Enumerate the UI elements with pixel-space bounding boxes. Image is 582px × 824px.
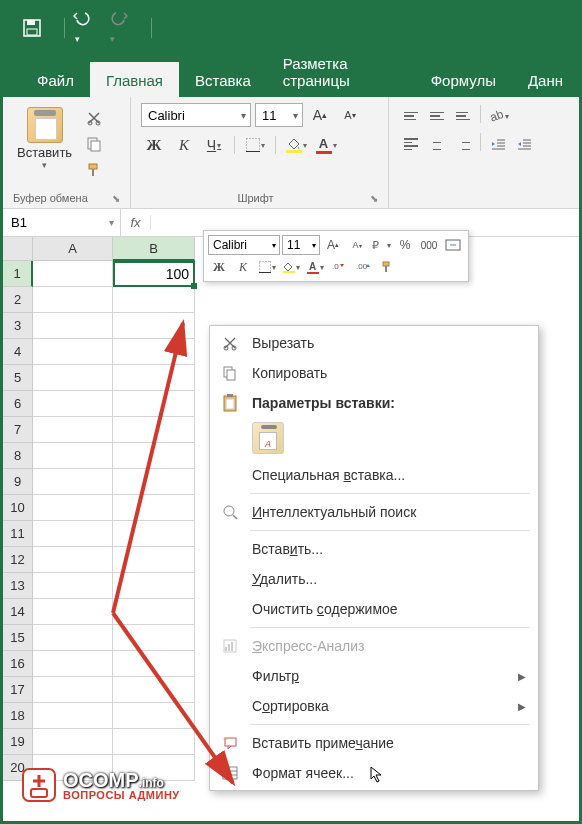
mini-border[interactable]: ▾ [256, 257, 278, 277]
align-bottom-button[interactable] [451, 105, 475, 127]
cell-a1[interactable] [33, 261, 113, 287]
undo-icon[interactable]: ▾ [73, 10, 93, 47]
tab-data[interactable]: Данн [512, 62, 579, 97]
cell-a10[interactable] [33, 495, 113, 521]
menu-insert-comment[interactable]: + Вставить примечание [210, 728, 538, 758]
align-top-button[interactable] [399, 105, 423, 127]
font-name-combo[interactable]: Calibri [141, 103, 251, 127]
mini-decrease-font[interactable]: A▾ [346, 235, 368, 255]
decrease-font-button[interactable]: A▾ [337, 103, 363, 127]
row-header-16[interactable]: 16 [3, 651, 33, 677]
cell-a6[interactable] [33, 391, 113, 417]
cell-b1[interactable]: 100 [113, 261, 195, 287]
mini-increase-decimal[interactable]: .00 [352, 257, 374, 277]
tab-formulas[interactable]: Формулы [415, 62, 512, 97]
tab-home[interactable]: Главная [90, 62, 179, 97]
cell-a11[interactable] [33, 521, 113, 547]
menu-smart-lookup[interactable]: Интеллектуальный поиск [210, 497, 538, 527]
row-header-4[interactable]: 4 [3, 339, 33, 365]
row-header-15[interactable]: 15 [3, 625, 33, 651]
underline-button[interactable]: Ч▾ [201, 133, 227, 157]
row-header-3[interactable]: 3 [3, 313, 33, 339]
align-left-button[interactable] [399, 133, 423, 155]
italic-button[interactable]: К [171, 133, 197, 157]
font-size-combo[interactable]: 11 [255, 103, 303, 127]
cell-b18[interactable] [113, 703, 195, 729]
insert-function-button[interactable]: fx [121, 215, 151, 230]
cell-b17[interactable] [113, 677, 195, 703]
mini-decrease-decimal[interactable]: .0 [328, 257, 350, 277]
cut-button[interactable] [82, 107, 106, 129]
row-header-6[interactable]: 6 [3, 391, 33, 417]
row-header-13[interactable]: 13 [3, 573, 33, 599]
menu-format-cells[interactable]: Формат ячеек... [210, 758, 538, 788]
menu-filter[interactable]: Фильтр ▶ [210, 661, 538, 691]
row-header-1[interactable]: 1 [3, 261, 33, 287]
row-header-19[interactable]: 19 [3, 729, 33, 755]
cell-b12[interactable] [113, 547, 195, 573]
align-center-button[interactable] [425, 133, 449, 155]
cell-b2[interactable] [113, 287, 195, 313]
mini-font-name[interactable]: Calibri [208, 235, 280, 255]
cell-b10[interactable] [113, 495, 195, 521]
mini-fill-color[interactable]: ▾ [280, 257, 302, 277]
row-header-9[interactable]: 9 [3, 469, 33, 495]
mini-accounting-format[interactable]: ₽▾ [370, 235, 392, 255]
menu-clear[interactable]: Очистить содержимое [210, 594, 538, 624]
row-header-18[interactable]: 18 [3, 703, 33, 729]
mini-percent-format[interactable]: % [394, 235, 416, 255]
column-header-b[interactable]: B [113, 237, 195, 261]
mini-italic[interactable]: К [232, 257, 254, 277]
cell-a12[interactable] [33, 547, 113, 573]
select-all-corner[interactable] [3, 237, 33, 261]
menu-delete[interactable]: Удалить... [210, 564, 538, 594]
name-box[interactable]: B1 [3, 209, 121, 236]
fill-color-button[interactable]: ▾ [283, 133, 309, 157]
cell-b19[interactable] [113, 729, 195, 755]
tab-layout[interactable]: Разметка страницы [267, 45, 415, 97]
orientation-button[interactable]: ab▾ [486, 105, 510, 127]
mini-font-color[interactable]: A▾ [304, 257, 326, 277]
copy-button[interactable] [82, 133, 106, 155]
cell-a2[interactable] [33, 287, 113, 313]
align-right-button[interactable] [451, 133, 475, 155]
cell-b16[interactable] [113, 651, 195, 677]
mini-bold[interactable]: Ж [208, 257, 230, 277]
cell-b11[interactable] [113, 521, 195, 547]
cell-a19[interactable] [33, 729, 113, 755]
cell-b4[interactable] [113, 339, 195, 365]
cell-b9[interactable] [113, 469, 195, 495]
cell-a14[interactable] [33, 599, 113, 625]
cell-a3[interactable] [33, 313, 113, 339]
bold-button[interactable]: Ж [141, 133, 167, 157]
cell-a18[interactable] [33, 703, 113, 729]
redo-icon[interactable]: ▾ [108, 10, 128, 47]
increase-indent-button[interactable] [512, 133, 536, 155]
cell-b8[interactable] [113, 443, 195, 469]
decrease-indent-button[interactable] [486, 133, 510, 155]
row-header-11[interactable]: 11 [3, 521, 33, 547]
menu-paste-special[interactable]: Специальная вставка... [210, 460, 538, 490]
menu-cut[interactable]: Вырезать [210, 328, 538, 358]
mini-font-size[interactable]: 11 [282, 235, 320, 255]
mini-increase-font[interactable]: A▴ [322, 235, 344, 255]
increase-font-button[interactable]: A▴ [307, 103, 333, 127]
cell-a4[interactable] [33, 339, 113, 365]
cell-a5[interactable] [33, 365, 113, 391]
cell-b15[interactable] [113, 625, 195, 651]
paste-button[interactable]: Вставить ▾ [13, 103, 76, 190]
border-button[interactable]: ▾ [242, 133, 268, 157]
row-header-14[interactable]: 14 [3, 599, 33, 625]
dialog-launcher[interactable]: ⬊ [370, 193, 378, 204]
cell-b13[interactable] [113, 573, 195, 599]
align-middle-button[interactable] [425, 105, 449, 127]
cell-b6[interactable] [113, 391, 195, 417]
column-header-a[interactable]: A [33, 237, 113, 261]
row-header-7[interactable]: 7 [3, 417, 33, 443]
dialog-launcher[interactable]: ⬊ [112, 193, 120, 204]
row-header-10[interactable]: 10 [3, 495, 33, 521]
mini-format-painter[interactable] [376, 257, 398, 277]
cell-a13[interactable] [33, 573, 113, 599]
menu-insert[interactable]: Вставить... [210, 534, 538, 564]
cell-b3[interactable] [113, 313, 195, 339]
